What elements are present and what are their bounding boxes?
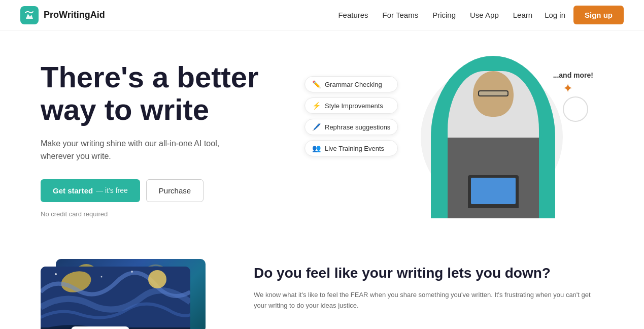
feature-pills-container: ✏️ Grammar Checking ⚡ Style Improvements… [304,76,398,156]
svg-point-4 [148,270,166,288]
hero-section: There's a better way to write Make your … [0,30,644,249]
pill-grammar-label: Grammar Checking [325,81,382,88]
hero-illustration-area: ✦ ✏️ Grammar Checking ⚡ Style Improvemen… [304,51,603,234]
nav-pricing[interactable]: Pricing [432,11,456,19]
person-glasses [478,90,509,96]
hero-illustration: ✦ ✏️ Grammar Checking ⚡ Style Improvemen… [304,51,603,234]
svg-point-5 [55,273,57,275]
no-credit-card-text: No credit card required [41,210,304,218]
svg-point-6 [101,276,103,278]
second-heading: Do you feel like your writing lets you d… [254,264,603,282]
logo-icon [20,6,39,24]
pill-grammar: ✏️ Grammar Checking [304,76,398,92]
logo-link[interactable]: ProWritingAid [20,6,105,24]
starry-bg: My idea in my head [41,267,190,329]
pill-rephrase: 🖊️ Rephrase suggestions [304,119,398,135]
nav-learn[interactable]: Learn [513,11,532,19]
second-section: My idea in my head Do you feel like your… [0,249,644,329]
star-decoration: ✦ [563,81,573,95]
pill-style-label: Style Improvements [325,102,383,110]
pencil-icon: ✏️ [312,80,321,88]
art-cards-container: My idea in my head [41,259,213,329]
second-section-right: Do you feel like your writing lets you d… [254,259,603,311]
get-started-button[interactable]: Get started — it's free [41,179,140,202]
navigation: ProWritingAid Features For Teams Pricing… [0,0,644,30]
and-more-text: ...and more! [553,71,593,79]
art-card-front: My idea in my head [41,267,190,329]
nav-use-app[interactable]: Use App [470,11,499,19]
pen-icon: 🖊️ [312,123,321,131]
nav-features[interactable]: Features [338,11,368,19]
pill-style: ⚡ Style Improvements [304,97,398,114]
second-section-left: My idea in my head [41,259,223,329]
login-link[interactable]: Log in [545,11,565,19]
signup-button[interactable]: Sign up [573,6,624,24]
logo-text: ProWritingAid [44,10,105,20]
hero-subtext: Make your writing shine with our all-in-… [41,137,233,163]
laptop-screen [468,175,519,208]
svg-point-7 [131,271,133,273]
pill-training-label: Live Training Events [325,145,384,152]
lightning-icon: ⚡ [312,102,321,110]
pill-training: 👥 Live Training Events [304,140,398,156]
teal-person-bg [431,56,555,218]
person-head [473,71,514,117]
starry-svg [41,267,190,329]
second-text: We know what it's like to feel the FEAR … [254,290,603,311]
circle-decoration [563,96,588,122]
hero-left: There's a better way to write Make your … [41,56,304,218]
hero-cta-group: Get started — it's free Purchase [41,179,304,202]
purchase-button[interactable]: Purchase [146,179,204,202]
pill-rephrase-label: Rephrase suggestions [325,123,390,131]
nav-links: Features For Teams Pricing Use App Learn [338,11,532,19]
hero-headline: There's a better way to write [41,61,304,126]
person-body [448,71,539,218]
nav-for-teams[interactable]: For Teams [383,11,419,19]
idea-bubble: My idea in my head [71,326,129,329]
people-icon: 👥 [312,144,321,152]
laptop-display [471,178,516,204]
second-heading-text: Do you feel like your writing lets you d… [254,265,551,281]
free-tag: — it's free [96,186,128,194]
